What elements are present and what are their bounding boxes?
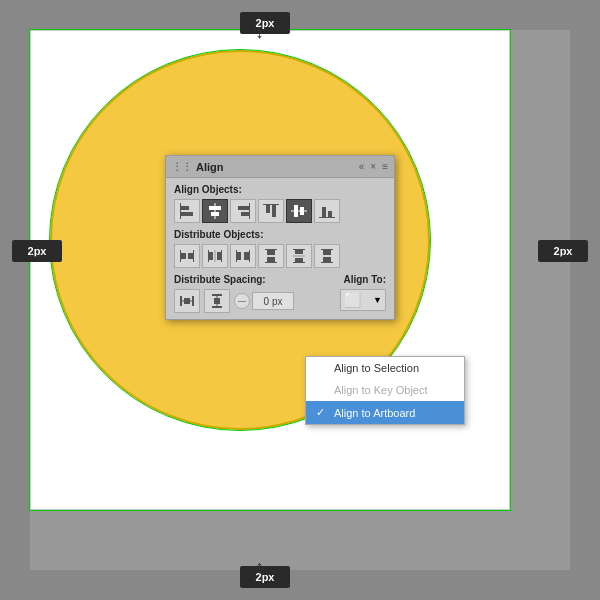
align-to-area: Align To: ⬜ ▼ [340, 274, 386, 311]
checkmark-artboard: ✓ [316, 406, 328, 419]
svg-rect-14 [300, 207, 304, 215]
spacing-row [174, 289, 334, 313]
dist-center-h-button[interactable] [202, 244, 228, 268]
handle-top: 2px [240, 12, 290, 34]
arrow-bottom-icon: ↕ [255, 557, 264, 578]
svg-rect-45 [192, 296, 194, 306]
svg-rect-33 [267, 250, 275, 255]
svg-rect-37 [295, 250, 303, 254]
svg-rect-42 [323, 250, 331, 255]
svg-rect-40 [321, 249, 333, 250]
svg-rect-17 [328, 211, 332, 217]
svg-rect-46 [184, 298, 190, 304]
distribute-objects-label: Distribute Objects: [174, 229, 386, 240]
svg-rect-41 [321, 262, 333, 263]
align-left-button[interactable] [174, 199, 200, 223]
space-h-button[interactable] [174, 289, 200, 313]
svg-rect-11 [272, 205, 276, 217]
svg-rect-10 [266, 205, 270, 213]
svg-rect-7 [238, 206, 249, 210]
svg-rect-3 [215, 203, 216, 219]
panel-grip-icon: ⋮⋮ [172, 161, 192, 172]
svg-rect-5 [211, 212, 219, 216]
svg-rect-27 [236, 250, 237, 262]
dropdown-item-align-to-key-object: Align to Key Object [306, 379, 464, 401]
svg-rect-6 [249, 203, 250, 219]
svg-rect-38 [295, 258, 303, 262]
distribute-spacing-label: Distribute Spacing: [174, 274, 334, 285]
dropdown-item-align-to-selection[interactable]: Align to Selection [306, 357, 464, 379]
spacing-input-wrapper [234, 292, 294, 310]
svg-rect-53 [217, 304, 218, 306]
panel-close-button[interactable]: × [370, 161, 376, 172]
spacing-checkbox[interactable] [234, 293, 250, 309]
dist-top-button[interactable] [258, 244, 284, 268]
svg-rect-8 [241, 212, 249, 216]
svg-rect-44 [180, 296, 182, 306]
panel-titlebar: ⋮⋮ Align « × ≡ [166, 156, 394, 178]
dist-left-button[interactable] [174, 244, 200, 268]
align-to-dropdown[interactable]: ⬜ ▼ [340, 289, 386, 311]
svg-rect-16 [322, 207, 326, 217]
svg-rect-48 [190, 301, 192, 302]
spacing-input[interactable] [252, 292, 294, 310]
align-to-dropdown-arrow: ▼ [373, 295, 382, 305]
dist-right-button[interactable] [230, 244, 256, 268]
svg-rect-25 [217, 252, 221, 260]
align-top-button[interactable] [258, 199, 284, 223]
svg-rect-22 [208, 250, 209, 262]
svg-rect-32 [265, 262, 277, 263]
svg-rect-47 [182, 301, 184, 302]
svg-rect-15 [319, 217, 335, 218]
dropdown-item-align-to-artboard[interactable]: ✓ Align to Artboard [306, 401, 464, 424]
align-center-h-button[interactable] [202, 199, 228, 223]
svg-rect-52 [217, 296, 218, 298]
svg-rect-23 [221, 250, 222, 262]
svg-rect-12 [291, 211, 307, 212]
align-center-v-button[interactable] [286, 199, 312, 223]
svg-rect-4 [209, 206, 221, 210]
align-to-dropdown-icon: ⬜ [344, 292, 361, 308]
arrow-top-icon: ↕ [255, 22, 264, 43]
svg-rect-1 [181, 206, 189, 210]
dist-center-v-button[interactable] [286, 244, 312, 268]
arrow-left-icon: ↔ [25, 246, 43, 267]
svg-rect-50 [212, 306, 222, 308]
align-right-button[interactable] [230, 199, 256, 223]
svg-rect-28 [249, 250, 250, 262]
dropdown-item-artboard-label: Align to Artboard [334, 407, 415, 419]
svg-rect-0 [180, 203, 181, 219]
distribute-spacing-area: Distribute Spacing: [174, 274, 334, 313]
svg-rect-13 [294, 205, 298, 217]
svg-rect-49 [212, 294, 222, 296]
align-objects-row [174, 199, 386, 223]
svg-rect-9 [263, 204, 279, 205]
dist-bottom-button[interactable] [314, 244, 340, 268]
svg-rect-20 [181, 253, 186, 259]
panel-collapse-button[interactable]: « [359, 161, 365, 172]
svg-rect-26 [215, 250, 216, 262]
align-objects-label: Align Objects: [174, 184, 386, 195]
dropdown-item-selection-label: Align to Selection [334, 362, 419, 374]
align-panel: ⋮⋮ Align « × ≡ Align Objects: [165, 155, 395, 320]
distribute-objects-row [174, 244, 386, 268]
svg-rect-36 [293, 262, 305, 263]
svg-rect-24 [209, 252, 213, 260]
space-v-button[interactable] [204, 289, 230, 313]
svg-rect-39 [293, 256, 305, 257]
svg-rect-2 [181, 212, 193, 216]
panel-title-label: Align [196, 161, 224, 173]
dropdown-item-key-object-label: Align to Key Object [334, 384, 428, 396]
svg-rect-30 [244, 252, 249, 260]
arrow-right-icon: ↔ [557, 246, 575, 267]
svg-rect-35 [293, 249, 305, 250]
panel-menu-button[interactable]: ≡ [382, 161, 388, 172]
svg-rect-19 [193, 250, 194, 262]
handle-bottom: 2px [240, 566, 290, 588]
align-to-dropdown-menu: Align to Selection Align to Key Object ✓… [305, 356, 465, 425]
svg-rect-51 [214, 298, 220, 304]
panel-title-area: ⋮⋮ Align [172, 161, 224, 173]
align-bottom-button[interactable] [314, 199, 340, 223]
panel-controls: « × ≡ [359, 161, 388, 172]
svg-rect-43 [323, 257, 331, 262]
